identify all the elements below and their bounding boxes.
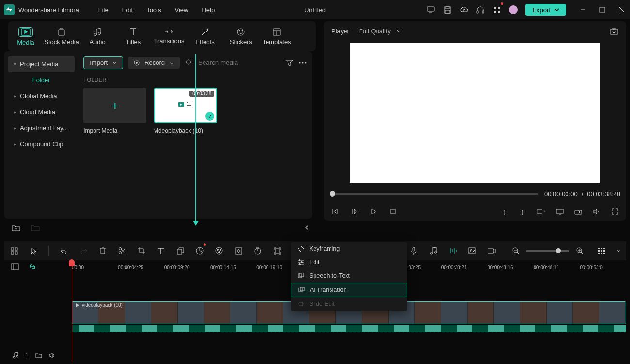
record-button[interactable]: Record: [128, 57, 180, 69]
fullscreen-icon[interactable]: [611, 207, 619, 216]
tab-transitions[interactable]: Transitions: [151, 21, 187, 51]
mic-icon[interactable]: [410, 246, 418, 255]
grid-icon[interactable]: [10, 246, 18, 255]
view-mode-icon[interactable]: [597, 246, 606, 255]
delete-icon[interactable]: [98, 246, 107, 255]
preview-panel: Player Full Quality 00:00:00:00 / 00:03:…: [324, 21, 626, 221]
zoom-out-icon[interactable]: [511, 246, 520, 255]
menu-edit[interactable]: Edit: [122, 6, 133, 14]
minimize-icon[interactable]: [579, 5, 587, 14]
svg-point-25: [202, 30, 203, 30]
sidebar-adjustment-layer[interactable]: ▸Adjustment Lay...: [8, 120, 75, 136]
menu-speech-to-text[interactable]: Speech-to-Text: [291, 269, 407, 283]
mark-in-icon[interactable]: {: [500, 207, 509, 216]
prev-frame-icon[interactable]: [331, 207, 339, 216]
tab-effects[interactable]: Effects: [187, 21, 223, 51]
menu-ai-translation[interactable]: AI Translation: [291, 283, 407, 297]
headphone-icon[interactable]: [476, 5, 485, 14]
sidebar-global-media[interactable]: ▸Global Media: [8, 88, 75, 104]
svg-rect-0: [427, 7, 434, 11]
color-icon[interactable]: [215, 246, 223, 255]
redo-icon[interactable]: [79, 246, 88, 255]
cursor-icon[interactable]: [29, 246, 38, 255]
tab-audio[interactable]: Audio: [79, 21, 115, 51]
picture-icon[interactable]: [468, 246, 476, 255]
menu-file[interactable]: File: [98, 6, 109, 14]
expand-track-icon[interactable]: [273, 246, 282, 255]
play-pause-icon[interactable]: [350, 207, 359, 216]
sidebar-folder[interactable]: Folder: [8, 72, 75, 88]
playhead[interactable]: [72, 260, 72, 362]
zoom-slider[interactable]: [526, 250, 569, 252]
quality-dropdown[interactable]: Full Quality: [359, 28, 401, 35]
stop-icon[interactable]: [389, 207, 397, 216]
audio-waveform[interactable]: [72, 325, 626, 332]
apps-icon[interactable]: [492, 5, 501, 14]
svg-point-37: [302, 62, 304, 63]
menu-keyframing[interactable]: Keyframing: [291, 242, 407, 256]
menu-edit[interactable]: Edit: [291, 256, 407, 269]
zoom-in-icon[interactable]: [575, 246, 584, 255]
tab-media[interactable]: Media: [8, 21, 44, 51]
sidebar-cloud-media[interactable]: ▸Cloud Media: [8, 104, 75, 120]
scrub-slider[interactable]: [330, 193, 538, 195]
import-button[interactable]: Import: [83, 56, 123, 69]
svg-rect-99: [488, 248, 493, 254]
maximize-icon[interactable]: [598, 5, 607, 14]
timer-icon[interactable]: [253, 246, 262, 255]
audio-edit-icon[interactable]: [448, 246, 457, 255]
mark-out-icon[interactable]: }: [519, 207, 527, 216]
chevron-down-icon[interactable]: [616, 249, 620, 252]
sidebar-project-media[interactable]: ▾Project Media: [8, 56, 75, 72]
sidebar-compound-clip[interactable]: ▸Compound Clip: [8, 136, 75, 152]
text-icon[interactable]: [157, 246, 165, 255]
svg-rect-51: [537, 210, 542, 213]
save-icon[interactable]: [443, 5, 452, 14]
export-button[interactable]: Export: [525, 4, 566, 16]
import-media-card[interactable]: + Import Media: [83, 88, 146, 134]
filter-icon[interactable]: [285, 59, 294, 67]
avatar[interactable]: [509, 5, 518, 14]
menu-view[interactable]: View: [174, 6, 188, 14]
bin-icon[interactable]: [31, 223, 40, 232]
folder-icon[interactable]: [35, 352, 42, 358]
mute-icon[interactable]: [49, 352, 56, 358]
svg-point-26: [237, 29, 244, 35]
svg-point-27: [239, 30, 240, 31]
svg-rect-110: [598, 250, 600, 252]
snapshot-icon[interactable]: [610, 27, 618, 35]
ratio-icon[interactable]: [537, 207, 546, 216]
svg-rect-115: [603, 253, 605, 254]
video-icon2[interactable]: [487, 246, 496, 255]
time-total: 00:03:38:28: [587, 190, 620, 197]
menu-tools[interactable]: Tools: [146, 6, 161, 14]
volume-icon[interactable]: [592, 207, 601, 216]
keyframe-icon[interactable]: [234, 246, 243, 255]
menu-help[interactable]: Help: [202, 6, 215, 14]
close-icon[interactable]: [617, 5, 626, 14]
more-icon[interactable]: [299, 59, 307, 67]
play-icon[interactable]: [369, 207, 378, 216]
track-panel-icon[interactable]: [11, 262, 19, 271]
tab-titles[interactable]: Titles: [115, 21, 151, 51]
display-icon[interactable]: [555, 207, 564, 216]
media-clip-card[interactable]: 00:03:38 ✓ videoplayback (10): [154, 88, 217, 134]
cloud-icon[interactable]: [459, 5, 468, 14]
search-input[interactable]: [198, 59, 280, 66]
crop-icon[interactable]: [137, 246, 146, 255]
sidebar: ▾Project Media Folder ▸Global Media ▸Clo…: [4, 51, 79, 219]
split-icon[interactable]: [118, 246, 126, 255]
tab-stickers[interactable]: Stickers: [223, 21, 259, 51]
undo-icon[interactable]: [60, 246, 68, 255]
tab-stock-media[interactable]: Stock Media: [44, 21, 79, 51]
speed-icon[interactable]: [195, 246, 204, 255]
copy-icon[interactable]: [176, 246, 185, 255]
new-folder-icon[interactable]: [12, 223, 20, 232]
svg-point-55: [577, 211, 580, 213]
tab-templates[interactable]: Templates: [259, 21, 295, 51]
link-icon[interactable]: [28, 262, 37, 271]
collapse-sidebar-icon[interactable]: [302, 223, 311, 232]
camera-icon[interactable]: [574, 207, 583, 216]
music-icon[interactable]: [429, 246, 438, 255]
desktop-icon[interactable]: [426, 5, 435, 14]
